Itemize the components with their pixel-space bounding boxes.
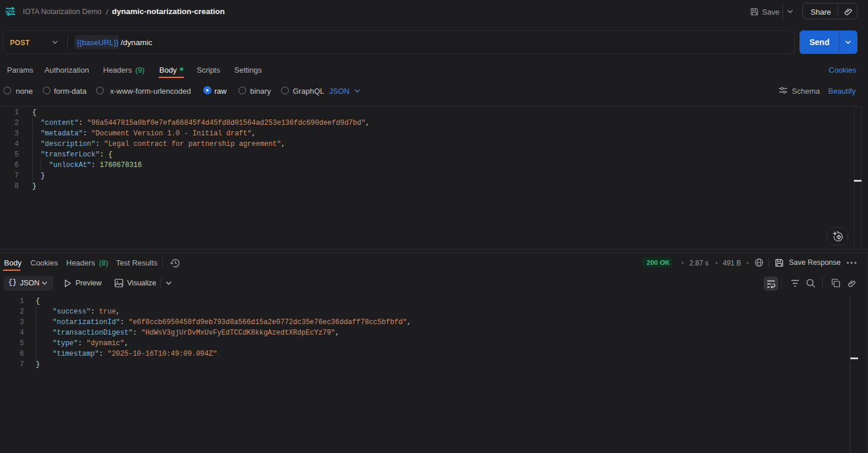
svg-text:HTTP: HTTP [6, 10, 15, 14]
